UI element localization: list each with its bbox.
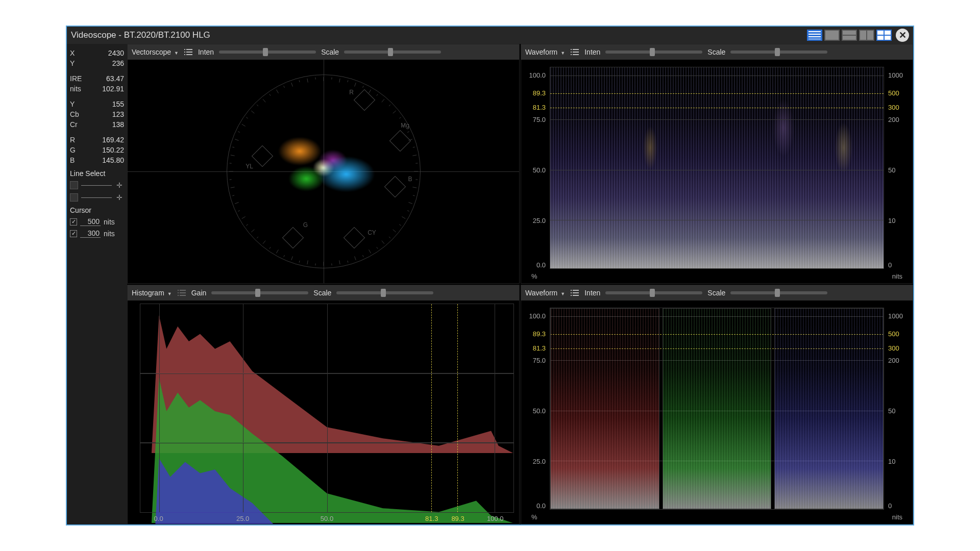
cursor-value-2[interactable]: 300	[80, 229, 101, 238]
ire-label: IRE	[70, 73, 82, 84]
cursor-label: Cursor	[70, 206, 124, 214]
svg-line-43	[246, 117, 248, 118]
x-value: 2430	[108, 48, 124, 58]
scale-slider[interactable]	[730, 291, 827, 294]
cursor-unit-2: nits	[104, 230, 115, 238]
waveform2-display: 100.0 89.3 81.3 75.0 50.0 25.0 0.0 1000 …	[521, 300, 913, 524]
svg-line-7	[399, 224, 401, 226]
waveform1-header: Waveform Inten Scale	[521, 44, 913, 60]
svg-line-16	[339, 260, 339, 264]
scale-slider[interactable]	[336, 291, 433, 294]
wf2-unit-percent: %	[531, 513, 537, 521]
y-value: 236	[112, 58, 124, 68]
y-label: Y	[70, 58, 75, 68]
cb-value: 123	[112, 109, 124, 119]
svg-line-33	[232, 195, 234, 196]
line-select-label: Line Select	[70, 169, 124, 178]
b-label: B	[70, 155, 75, 165]
info-sidebar: X2430 Y236 IRE63.47 nits102.91 Y155 Cb12…	[67, 44, 127, 524]
layout-vsplit-icon[interactable]	[859, 30, 874, 41]
scale-slider[interactable]	[730, 51, 827, 54]
scale-label: Scale	[707, 289, 725, 297]
crosshair-icon[interactable]: ✛	[115, 181, 124, 190]
waveform1-dropdown[interactable]: Waveform	[525, 48, 565, 56]
svg-line-42	[241, 124, 245, 126]
cursor-checkbox-1[interactable]: ✓	[70, 218, 77, 226]
histogram-g	[140, 373, 514, 443]
r-value: 169.42	[102, 135, 124, 145]
vectorscope-dropdown[interactable]: Vectorscope	[132, 48, 179, 56]
svg-line-46	[263, 99, 265, 102]
y-luma-value: 155	[112, 99, 124, 109]
line-select-checkbox-1[interactable]	[70, 181, 78, 189]
scope-grid: Vectorscope Inten Scale R Mg	[127, 44, 913, 524]
target-yl: YL	[246, 163, 253, 170]
cb-label: Cb	[70, 109, 79, 119]
line-select-field-1[interactable]	[81, 185, 112, 186]
layout-single-icon[interactable]	[824, 30, 840, 41]
svg-line-5	[407, 211, 409, 212]
cursor-row-1: ✓ 500 nits	[70, 217, 124, 226]
svg-line-28	[251, 230, 254, 232]
videoscope-window: Videoscope - BT.2020/BT.2100 HLG ✕ X2430…	[66, 26, 914, 525]
titlebar: Videoscope - BT.2020/BT.2100 HLG ✕	[67, 27, 913, 44]
rgb-parade	[550, 308, 884, 509]
options-icon[interactable]	[177, 289, 186, 296]
histogram-dropdown[interactable]: Histogram	[132, 289, 172, 297]
waveform2-header: Waveform Inten Scale	[521, 285, 913, 300]
svg-line-47	[269, 94, 270, 95]
inten-slider[interactable]	[219, 51, 316, 54]
cursor-row-2: ✓ 300 nits	[70, 229, 124, 238]
svg-line-40	[235, 139, 238, 141]
vectorscope-display: R Mg B CY G YL	[128, 60, 519, 283]
layout-quad-icon[interactable]	[876, 30, 892, 41]
waveform-pane-1: Waveform Inten Scale 100.0 89.3 81.3 75.…	[521, 44, 913, 284]
line-select-checkbox-2[interactable]	[70, 193, 78, 202]
g-value: 150.22	[102, 145, 124, 155]
waveform-trace	[550, 67, 884, 268]
svg-line-61	[376, 94, 377, 95]
line-select-row-1: ✛	[70, 181, 124, 190]
layout-switcher	[807, 30, 892, 41]
close-button[interactable]: ✕	[896, 29, 909, 42]
cursor-checkbox-2[interactable]: ✓	[70, 230, 77, 237]
layout-hsplit-icon[interactable]	[842, 30, 857, 41]
vectorscope-graticule	[227, 74, 421, 268]
svg-line-15	[347, 261, 348, 263]
svg-line-27	[257, 237, 258, 238]
svg-line-49	[283, 86, 284, 88]
svg-line-56	[339, 79, 339, 83]
line-select-field-2[interactable]	[81, 197, 112, 198]
waveform2-dropdown[interactable]: Waveform	[525, 289, 565, 297]
b-value: 145.80	[102, 155, 124, 165]
options-icon[interactable]	[570, 289, 579, 296]
inten-label: Inten	[584, 289, 600, 297]
ire-value: 63.47	[106, 73, 124, 84]
inten-slider[interactable]	[605, 51, 702, 54]
options-icon[interactable]	[570, 48, 579, 56]
svg-line-50	[291, 83, 292, 86]
crosshair-icon[interactable]: ✛	[115, 193, 124, 202]
svg-line-20	[307, 260, 307, 264]
scale-label: Scale	[707, 48, 725, 56]
svg-line-30	[241, 217, 245, 219]
inten-slider[interactable]	[605, 291, 702, 294]
cr-label: Cr	[70, 119, 78, 130]
options-icon[interactable]	[184, 48, 193, 56]
svg-line-63	[389, 105, 390, 106]
scale-slider[interactable]	[344, 51, 441, 54]
svg-line-57	[347, 80, 348, 82]
parade-b	[774, 308, 884, 509]
inten-label: Inten	[584, 48, 600, 56]
svg-line-58	[354, 83, 356, 86]
svg-line-3	[412, 195, 414, 196]
svg-line-6	[402, 217, 405, 219]
layout-list-icon[interactable]	[807, 30, 822, 41]
target-r: R	[349, 89, 354, 96]
svg-line-9	[389, 237, 390, 238]
cursor-value-1[interactable]: 500	[80, 217, 101, 226]
svg-line-11	[376, 247, 377, 248]
svg-line-8	[393, 230, 396, 232]
gain-slider[interactable]	[211, 291, 308, 294]
histogram-display: 0.0 25.0 50.0 81.3 89.3 100.0	[128, 300, 519, 524]
